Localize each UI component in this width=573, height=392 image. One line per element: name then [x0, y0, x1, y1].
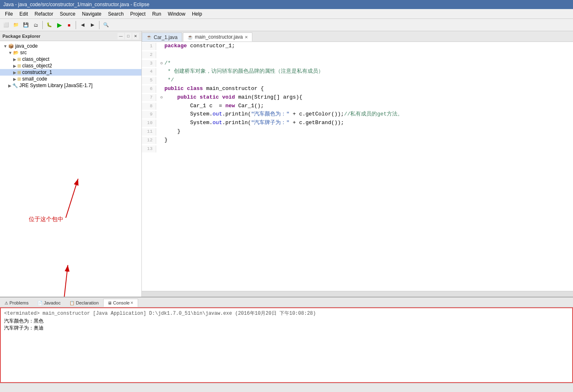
tree-item-small-code[interactable]: ▶ ⊞ small_code	[0, 76, 141, 82]
javadoc-icon: 📄	[37, 301, 42, 305]
editor-tabs: ☕ Car_1.java ☕ main_constructor.java ✕	[142, 31, 573, 42]
line-num-8: 8	[142, 103, 156, 110]
package-icon-2: ⊞	[17, 63, 21, 69]
package-icon-4: ⊞	[17, 76, 21, 82]
console-close-icon[interactable]: ✕	[130, 301, 134, 305]
menu-refactor[interactable]: Refactor	[31, 10, 56, 18]
tab-javadoc[interactable]: 📄 Javadoc	[33, 299, 65, 307]
editor-hscroll[interactable]	[142, 291, 573, 297]
code-content-9: System.out.println("汽车颜色为：" + c.getColor…	[164, 110, 573, 119]
tab-declaration[interactable]: 📋 Declaration	[65, 299, 103, 307]
expand-src: ▼	[8, 51, 12, 55]
code-line-6: 6 public class main_constructor {	[142, 85, 573, 93]
menu-project[interactable]: Project	[127, 10, 149, 18]
toolbar-open[interactable]: 📁	[12, 21, 21, 30]
menu-navigate[interactable]: Navigate	[79, 10, 104, 18]
arrow-svg-2	[0, 171, 141, 297]
tree-label-class-object: class_object	[22, 56, 49, 62]
title-text: Java - java_code/src/constructor_1/main_…	[3, 2, 150, 7]
menu-run[interactable]: Run	[149, 10, 164, 18]
menu-edit[interactable]: Edit	[16, 10, 31, 18]
expand-java-code: ▼	[3, 44, 7, 48]
menu-source[interactable]: Source	[56, 10, 79, 18]
tree-item-java-code[interactable]: ▼ 📦 java_code	[0, 43, 141, 49]
toolbar-save[interactable]: 💾	[21, 21, 30, 30]
tab-close-icon[interactable]: ✕	[245, 35, 248, 39]
menu-bar: File Edit Refactor Source Navigate Searc…	[0, 9, 573, 19]
code-content-3: /*	[164, 59, 573, 68]
package-explorer-header: Package Explorer — □ ✕	[0, 31, 141, 41]
tree-label-constructor-1: constructor_1	[22, 69, 52, 75]
tree-label-class-object2: class_object2	[22, 63, 52, 69]
line-num-7: 7	[142, 94, 156, 101]
arrow-svg-1	[0, 171, 141, 297]
code-line-13: 13	[142, 145, 573, 153]
line-marker-3: ⊖	[159, 60, 164, 67]
menu-file[interactable]: File	[2, 10, 16, 18]
bottom-tabs: ⚠ Problems 📄 Javadoc 📋 Declaration 🖥 Con…	[0, 297, 573, 307]
tree-item-class-object[interactable]: ▶ ⊞ class_object	[0, 56, 141, 62]
menu-search[interactable]: Search	[105, 10, 127, 18]
package-tree: ▼ 📦 java_code ▼ 📂 src ▶ ⊞ class_object	[0, 41, 141, 171]
toolbar-stop[interactable]: ■	[65, 21, 74, 30]
code-content-2	[164, 51, 573, 59]
annotation-text-1: 位于这个包中	[29, 216, 63, 223]
title-bar: Java - java_code/src/constructor_1/main_…	[0, 0, 573, 9]
content-area: Package Explorer — □ ✕ ▼ 📦 java_code ▼ 📂	[0, 31, 573, 297]
code-content-13	[164, 145, 573, 153]
toolbar-new[interactable]: ⬜	[2, 21, 11, 30]
tree-item-src[interactable]: ▼ 📂 src	[0, 49, 141, 56]
line-num-12: 12	[142, 137, 156, 144]
declaration-icon: 📋	[69, 301, 74, 305]
tree-label-jre: JRE System Library [JavaSE-1.7]	[19, 83, 92, 88]
code-line-4: 4 * 创建桥车对象，访问轿车的颜色品牌的属性（注意是私有成员）	[142, 67, 573, 76]
toolbar-forward[interactable]: ▶	[88, 21, 97, 30]
code-content-4: * 创建桥车对象，访问轿车的颜色品牌的属性（注意是私有成员）	[164, 67, 573, 76]
package-icon-1: ⊞	[17, 57, 21, 62]
line-num-6: 6	[142, 85, 156, 93]
console-icon: 🖥	[108, 301, 112, 305]
tab-problems[interactable]: ⚠ Problems	[0, 299, 33, 307]
expand-class-object2: ▶	[13, 64, 16, 68]
code-editor[interactable]: 1 package constructor_1; 2 3 ⊖ /*	[142, 42, 573, 291]
code-content-7: public static void main(String[] args){	[164, 93, 573, 102]
annotation-area: 位于这个包中 运行结果	[0, 171, 141, 297]
tree-item-constructor-1[interactable]: ▶ ⊞ constructor_1	[0, 69, 141, 76]
src-folder-icon: 📂	[13, 50, 19, 55]
project-icon: 📦	[8, 44, 14, 49]
code-line-11: 11 }	[142, 127, 573, 136]
toolbar: ⬜ 📁 💾 🗂 🐛 ▶ ■ ◀ ▶ 🔍	[0, 19, 573, 31]
line-num-10: 10	[142, 120, 156, 127]
toolbar-search[interactable]: 🔍	[102, 21, 111, 30]
tree-label-java-code: java_code	[15, 43, 38, 49]
expand-class-object: ▶	[13, 57, 16, 62]
code-content-11: }	[164, 127, 573, 136]
pe-maximize-btn[interactable]: □	[125, 33, 132, 39]
toolbar-sep-1	[42, 21, 43, 29]
toolbar-back[interactable]: ◀	[78, 21, 87, 30]
tab-problems-label: Problems	[9, 300, 28, 305]
toolbar-run[interactable]: ▶	[55, 21, 64, 30]
tree-item-jre[interactable]: ▶ 🔧 JRE System Library [JavaSE-1.7]	[0, 82, 141, 89]
line-num-11: 11	[142, 128, 156, 136]
pe-minimize-btn[interactable]: —	[118, 33, 124, 39]
expand-jre: ▶	[8, 83, 12, 88]
tree-item-class-object2[interactable]: ▶ ⊞ class_object2	[0, 62, 141, 69]
svg-line-1	[66, 179, 78, 218]
tab-console[interactable]: 🖥 Console ✕	[103, 299, 138, 307]
tab-javadoc-label: Javadoc	[44, 300, 60, 305]
menu-window[interactable]: Window	[164, 10, 189, 18]
expand-small-code: ▶	[13, 77, 16, 81]
tab-main-constructor[interactable]: ☕ main_constructor.java ✕	[183, 32, 252, 42]
toolbar-debug[interactable]: 🐛	[45, 21, 54, 30]
line-num-2: 2	[142, 51, 156, 59]
line-num-9: 9	[142, 111, 156, 118]
line-num-13: 13	[142, 145, 156, 153]
bottom-panel: ⚠ Problems 📄 Javadoc 📋 Declaration 🖥 Con…	[0, 297, 573, 383]
tab-car1[interactable]: ☕ Car_1.java	[142, 32, 182, 42]
menu-help[interactable]: Help	[189, 10, 206, 18]
line-num-3: 3	[142, 60, 156, 67]
toolbar-save-all[interactable]: 🗂	[31, 21, 40, 30]
toolbar-sep-2	[76, 21, 76, 29]
pe-close-btn[interactable]: ✕	[132, 33, 139, 39]
